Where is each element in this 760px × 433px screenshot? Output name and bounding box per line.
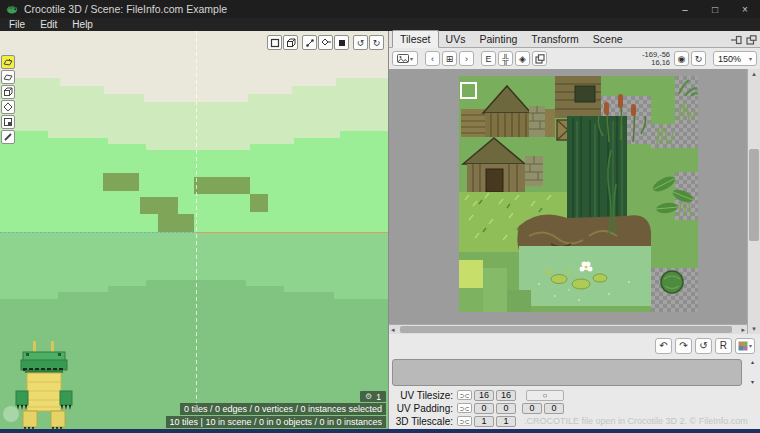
- coords-tile: 16,16: [642, 59, 670, 67]
- chevron-down-icon: ▾: [410, 55, 413, 62]
- box-tool-button[interactable]: [1, 85, 15, 99]
- tile-info-list[interactable]: [392, 359, 742, 386]
- prev-tileset-button[interactable]: ‹: [425, 51, 440, 66]
- viewport-toolbar: ↺ ↻: [267, 35, 384, 50]
- uv-tilesize-width-input[interactable]: [474, 390, 494, 401]
- tilescale-x-input[interactable]: [474, 416, 494, 427]
- tab-uvs[interactable]: UVs: [439, 31, 473, 47]
- snap-button[interactable]: ◈: [515, 51, 530, 66]
- flip-tile-button[interactable]: ↶: [655, 338, 672, 354]
- chevron-down-icon: ▾: [749, 55, 752, 62]
- tab-tileset[interactable]: Tileset: [392, 30, 439, 48]
- uv-padding-input-4[interactable]: [544, 403, 564, 414]
- scene-viewport[interactable]: ↺ ↻ ⚙ 1 0 tiles / 0 edges / 0 vertices /…: [0, 31, 388, 429]
- target-icon: ◉: [678, 54, 686, 64]
- next-tileset-button[interactable]: ›: [459, 51, 474, 66]
- vscroll-thumb[interactable]: [749, 149, 759, 241]
- next-icon: ›: [465, 54, 468, 64]
- tileset-hscrollbar[interactable]: ◂ ▸: [389, 324, 747, 334]
- uv-tilesize-reset-button[interactable]: ○: [526, 390, 564, 401]
- scroll-down-icon[interactable]: ▾: [748, 325, 760, 333]
- list-scroll-down-icon[interactable]: ▾: [751, 379, 754, 386]
- corner-square-icon: [3, 117, 13, 127]
- link-icon: ⊃⊂: [459, 392, 469, 399]
- image-icon: [397, 54, 409, 63]
- menu-file[interactable]: File: [9, 18, 25, 31]
- uv-padding-input-3[interactable]: [522, 403, 542, 414]
- tile-draw-tool-button[interactable]: [1, 55, 15, 69]
- palette-grid-icon: [738, 341, 748, 351]
- tilescale-row: 3D Tilescale: ⊃⊂ .CROCOTILE file open in…: [389, 415, 748, 427]
- pixel-snap-button[interactable]: ◉: [674, 51, 689, 66]
- tilescale-y-input[interactable]: [496, 416, 516, 427]
- side-panel: Tileset UVs Painting Transform Scene ▾ ‹: [388, 31, 760, 429]
- origin-gizmo-button[interactable]: [318, 35, 333, 50]
- viewport-corner-button[interactable]: [3, 406, 19, 422]
- edit-tileset-button[interactable]: E: [481, 51, 496, 66]
- popout-icon: [746, 35, 757, 45]
- app-icon: [6, 3, 18, 15]
- letter-e-icon: E: [485, 54, 491, 64]
- minimize-button[interactable]: –: [670, 0, 700, 18]
- menu-edit[interactable]: Edit: [40, 18, 57, 31]
- tile-selection-rect[interactable]: [460, 82, 477, 99]
- reset-tile-button[interactable]: R: [715, 338, 732, 354]
- rotate-view-ccw-button[interactable]: ↺: [353, 35, 368, 50]
- mode-2d-button[interactable]: [267, 35, 282, 50]
- rotate-tile-cw-button[interactable]: ↷: [675, 338, 692, 354]
- panel-tabbar: Tileset UVs Painting Transform Scene: [389, 31, 760, 48]
- viewport-status: ⚙ 1 0 tiles / 0 edges / 0 vertices / 0 i…: [166, 391, 386, 428]
- uv-padding-label: UV Padding:: [389, 403, 453, 414]
- select-tool-button[interactable]: [1, 115, 15, 129]
- line-tool-button[interactable]: [1, 130, 15, 144]
- tileset-view[interactable]: ▴ ▾ ◂ ▸: [389, 69, 760, 334]
- cube-icon: [286, 38, 296, 48]
- scroll-right-icon[interactable]: ▸: [741, 325, 745, 334]
- tab-transform[interactable]: Transform: [524, 31, 585, 47]
- tileset-grid-button[interactable]: ⊞: [442, 51, 457, 66]
- scroll-left-icon[interactable]: ◂: [391, 325, 395, 334]
- eraser-tool-button[interactable]: [1, 100, 15, 114]
- uv-padding-input-2[interactable]: [496, 403, 516, 414]
- menu-help[interactable]: Help: [72, 18, 93, 31]
- tab-scene[interactable]: Scene: [586, 31, 630, 47]
- selection-status: 0 tiles / 0 edges / 0 vertices / 0 insta…: [180, 403, 386, 415]
- tilescale-link-button[interactable]: ⊃⊂: [457, 416, 472, 426]
- tileset-toolbar: ▾ ‹ ⊞ › E ╬ ◈ -169,-56 16,16 ◉ ↻ 150% ▾: [389, 48, 760, 69]
- zoom-level-select[interactable]: 150% ▾: [713, 51, 757, 66]
- uv-tilesize-link-button[interactable]: ⊃⊂: [457, 390, 472, 400]
- solid-view-button[interactable]: [334, 35, 349, 50]
- uv-padding-input-1[interactable]: [474, 403, 494, 414]
- mode-3d-button[interactable]: [283, 35, 298, 50]
- layer-badge[interactable]: ⚙ 1: [360, 391, 386, 402]
- tileset-selector-button[interactable]: ▾: [392, 51, 418, 66]
- panel-popout-button[interactable]: [746, 35, 757, 45]
- tile-palette-button[interactable]: ▾: [735, 338, 755, 354]
- face-tool-button[interactable]: [1, 70, 15, 84]
- menubar: File Edit Help: [0, 18, 760, 31]
- panel-pin-button[interactable]: [731, 35, 742, 45]
- quad-icon: [3, 72, 13, 82]
- terrain-canvas: [0, 31, 388, 429]
- rotate-tile-ccw-button[interactable]: ↺: [695, 338, 712, 354]
- link-icon: ⊃⊂: [459, 405, 469, 412]
- scroll-up-icon[interactable]: ▴: [748, 70, 760, 78]
- vertex-mode-button[interactable]: [302, 35, 317, 50]
- rotate-view-cw-button[interactable]: ↻: [369, 35, 384, 50]
- grid-icon: ⊞: [446, 54, 454, 64]
- uv-tilesize-height-input[interactable]: [496, 390, 516, 401]
- tileset-vscrollbar[interactable]: ▴ ▾: [747, 69, 760, 334]
- hscroll-thumb[interactable]: [400, 326, 732, 333]
- center-view-button[interactable]: ╬: [498, 51, 513, 66]
- tileset-image[interactable]: [459, 76, 698, 312]
- uv-tilesize-label: UV Tilesize:: [389, 390, 453, 401]
- list-scroll-up-icon[interactable]: ▴: [751, 359, 754, 366]
- maximize-button[interactable]: □: [700, 0, 730, 18]
- filled-square-icon: [337, 38, 347, 48]
- tabbar-icons: [731, 35, 757, 47]
- uv-padding-link-button[interactable]: ⊃⊂: [457, 403, 472, 413]
- close-button[interactable]: ×: [730, 0, 760, 18]
- duplicate-tile-button[interactable]: [532, 51, 547, 66]
- reload-tileset-button[interactable]: ↻: [691, 51, 706, 66]
- tab-painting[interactable]: Painting: [472, 31, 524, 47]
